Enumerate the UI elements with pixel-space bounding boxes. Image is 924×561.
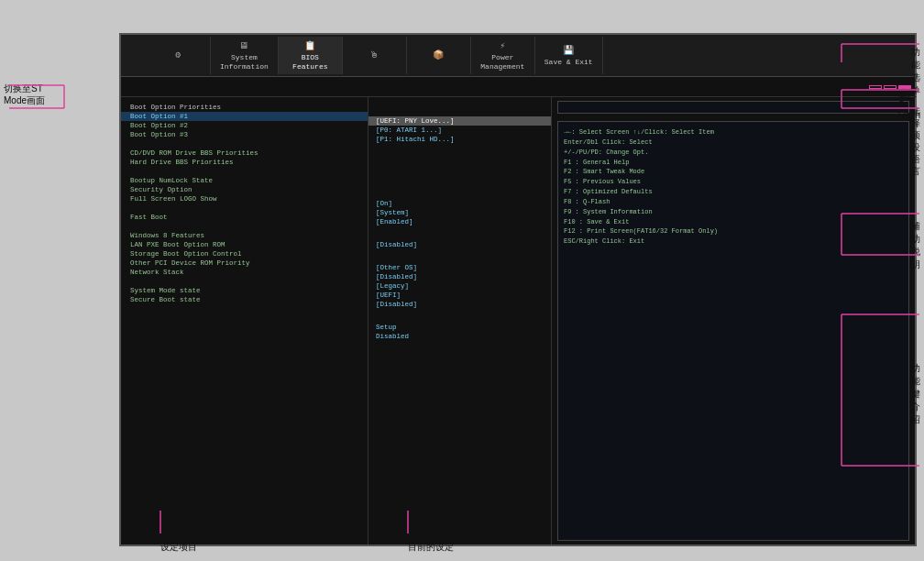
value-empty-2 (368, 144, 551, 158)
value-netstack[interactable]: [Disabled] (368, 300, 551, 309)
key-f2: F2 : Smart Tweak Mode (564, 167, 903, 177)
chipset-icon: 📦 (433, 50, 444, 60)
hdd-priorities[interactable]: Hard Drive BBS Priorities (121, 158, 368, 167)
value-empty-3 (368, 158, 551, 171)
nav-power-label: PowerManagement (480, 53, 524, 71)
secure-boot-state: Secure Boot state (121, 295, 368, 304)
value-security[interactable]: [System] (368, 208, 551, 217)
value-empty-1 (368, 103, 551, 116)
key-f10: F10 : Save & Exit (564, 217, 903, 227)
gigabyte-logo (125, 54, 132, 58)
nav-system-label: SystemInformation (220, 53, 269, 71)
nav-save-label: Save & Exit (544, 58, 593, 67)
key-f7: F7 : Optimized Defaults (564, 187, 903, 197)
mit-icon: ⚙ (175, 50, 181, 60)
value-storage[interactable]: [Legacy] (368, 281, 551, 291)
value-boot2[interactable]: [P0: ATARI 1...] (368, 126, 551, 135)
save-icon: 💾 (563, 45, 574, 56)
key-esc: ESC/Right Click: Exit (564, 236, 903, 247)
st-mode-button[interactable] (869, 85, 882, 89)
key-enter: Enter/Dbl Click: Select (564, 138, 903, 148)
peripherals-icon: 🖱 (369, 50, 379, 60)
full-screen-logo[interactable]: Full Screen LOGO Show (121, 194, 368, 204)
system-mode-state: System Mode state (121, 286, 368, 295)
boot-option-1[interactable]: Boot Option #1 (121, 112, 368, 121)
value-windows[interactable]: [Other OS] (368, 263, 551, 272)
key-f8: F8 : Q-Flash (564, 197, 903, 207)
value-otherpci[interactable]: [UEFI] (368, 291, 551, 300)
nav-system[interactable]: 🖥 SystemInformation (211, 37, 279, 74)
power-icon: ⚡ (500, 40, 505, 51)
value-fastboot[interactable]: [Disabled] (368, 240, 551, 249)
annotation-language: 选择预设语言 (911, 105, 920, 177)
value-empty-7 (368, 249, 551, 263)
annotation-keys: 功能键介绍 (911, 362, 920, 426)
value-logo[interactable]: [Enabled] (368, 217, 551, 226)
key-change: +/-/PU/PD: Change Opt. (564, 148, 903, 158)
key-f9: F9 : System Information (564, 207, 903, 217)
storage-boot[interactable]: Storage Boot Option Control (121, 249, 368, 258)
key-f5: F5 : Previous Values (564, 177, 903, 187)
boot-options-group: Bootup NumLock State Security Option Ful… (121, 176, 368, 204)
value-empty-6 (368, 226, 551, 240)
value-empty-5 (368, 185, 551, 199)
bios-icon: 📋 (304, 40, 315, 51)
nav-bios-label: BIOSFeatures (292, 53, 327, 71)
system-icon: 🖥 (239, 40, 248, 51)
help-box (557, 101, 909, 114)
value-secureboot: Disabled (368, 332, 551, 341)
nav-save[interactable]: 💾 Save & Exit (535, 37, 603, 74)
annotation-help: 辅助说明 (911, 220, 920, 271)
value-numlock[interactable]: [On] (368, 199, 551, 208)
nav-mit[interactable]: ⚙ (147, 37, 211, 74)
security-option[interactable]: Security Option (121, 185, 368, 194)
fast-boot[interactable]: Fast Boot (121, 213, 368, 222)
numlock-state[interactable]: Bootup NumLock State (121, 176, 368, 185)
annotation-left-st: 切换至STMode画面 (4, 82, 45, 106)
main-content: Boot Option Priorities Boot Option #1 Bo… (121, 97, 915, 544)
key-f1: F1 : General Help (564, 158, 903, 168)
bios-outer-frame: ⚙ 🖥 SystemInformation 📋 BIOSFeatures 🖱 📦 (119, 33, 917, 546)
other-pci[interactable]: Other PCI Device ROM Priority (121, 258, 368, 268)
annotation-bottom-current: 目前的设定 (408, 541, 454, 554)
boot-priorities-header: Boot Option Priorities (121, 103, 368, 112)
windows-group: Windows 8 Features LAN PXE Boot Option R… (121, 231, 368, 277)
nav-bar: ⚙ 🖥 SystemInformation 📋 BIOSFeatures 🖱 📦 (121, 35, 915, 77)
nav-chipset[interactable]: 📦 (407, 37, 471, 74)
english-button[interactable] (884, 85, 896, 89)
nav-items: ⚙ 🖥 SystemInformation 📋 BIOSFeatures 🖱 📦 (147, 37, 911, 74)
key-select-screen: →←: Select Screen ↑↓/Click: Select Item (564, 127, 903, 138)
right-panel: →←: Select Screen ↑↓/Click: Select Item … (552, 97, 915, 544)
secure-boot-group: System Mode state Secure Boot state (121, 286, 368, 304)
keys-box: →←: Select Screen ↑↓/Click: Select Item … (557, 121, 909, 541)
cdvd-priorities[interactable]: CD/DVD ROM Drive BBS Priorities (121, 148, 368, 158)
value-empty-4 (368, 171, 551, 185)
annotation-bottom-settings: 设定项目 (160, 541, 197, 554)
network-stack[interactable]: Network Stack (121, 268, 368, 277)
boot-option-3[interactable]: Boot Option #3 (121, 130, 368, 139)
value-boot1[interactable]: [UEFI: PNY Love...] (368, 116, 551, 126)
value-empty-8 (368, 309, 551, 323)
nav-power[interactable]: ⚡ PowerManagement (471, 37, 535, 74)
fast-boot-group: Fast Boot (121, 213, 368, 222)
nav-peripherals[interactable]: 🖱 (343, 37, 407, 74)
value-sysmode: Setup (368, 323, 551, 332)
left-panel: Boot Option Priorities Boot Option #1 Bo… (121, 97, 368, 544)
middle-panel: [UEFI: PNY Love...] [P0: ATARI 1...] [P1… (368, 97, 552, 544)
boot-option-2[interactable]: Boot Option #2 (121, 121, 368, 130)
boot-priorities-group: Boot Option Priorities Boot Option #1 Bo… (121, 103, 368, 139)
windows-features[interactable]: Windows 8 Features (121, 231, 368, 240)
nav-bios[interactable]: 📋 BIOSFeatures (279, 37, 343, 74)
mode-bar (121, 77, 915, 97)
value-lanpxe[interactable]: [Disabled] (368, 272, 551, 281)
drive-priorities-group: CD/DVD ROM Drive BBS Priorities Hard Dri… (121, 148, 368, 167)
lan-pxe[interactable]: LAN PXE Boot Option ROM (121, 240, 368, 249)
key-f12: F12 : Print Screen(FAT16/32 Format Only) (564, 226, 903, 236)
bios-screen: ⚙ 🖥 SystemInformation 📋 BIOSFeatures 🖱 📦 (60, 16, 857, 513)
value-boot3[interactable]: [P1: Hitachi HD...] (368, 135, 551, 144)
